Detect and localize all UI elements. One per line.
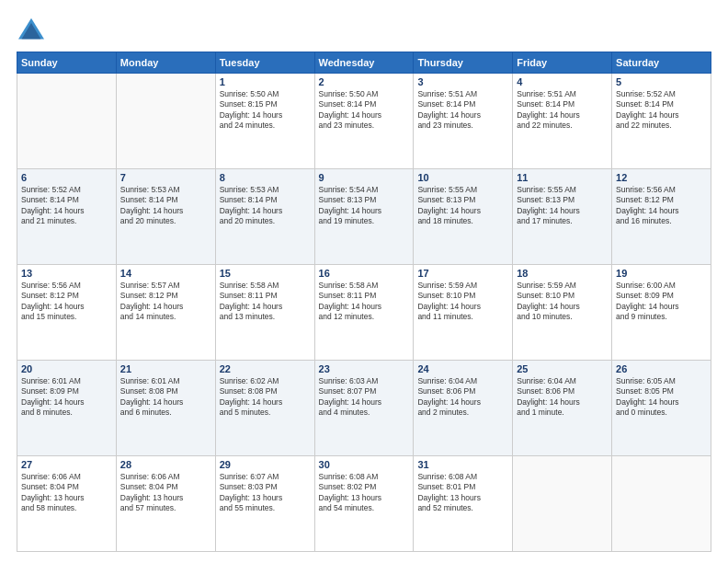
cell-info: Sunrise: 5:50 AMSunset: 8:15 PMDaylight:…: [220, 89, 311, 132]
calendar-cell: 25Sunrise: 6:04 AMSunset: 8:06 PMDayligh…: [513, 361, 612, 456]
cell-info: Sunrise: 5:52 AMSunset: 8:14 PMDaylight:…: [21, 185, 112, 227]
day-number: 28: [120, 459, 211, 470]
calendar-cell: [116, 74, 215, 169]
calendar-week-row: 13Sunrise: 5:56 AMSunset: 8:12 PMDayligh…: [17, 265, 711, 361]
calendar-cell: 28Sunrise: 6:06 AMSunset: 8:04 PMDayligh…: [116, 456, 215, 552]
calendar-cell: 8Sunrise: 5:53 AMSunset: 8:14 PMDaylight…: [215, 169, 314, 265]
logo: [17, 17, 50, 42]
day-number: 1: [220, 76, 311, 87]
weekday-header: Thursday: [414, 52, 513, 74]
day-number: 30: [319, 459, 410, 470]
calendar-week-row: 27Sunrise: 6:06 AMSunset: 8:04 PMDayligh…: [17, 456, 711, 552]
calendar-cell: 7Sunrise: 5:53 AMSunset: 8:14 PMDaylight…: [116, 169, 215, 265]
calendar-cell: 19Sunrise: 6:00 AMSunset: 8:09 PMDayligh…: [612, 265, 711, 361]
cell-info: Sunrise: 6:04 AMSunset: 8:06 PMDaylight:…: [517, 376, 608, 419]
day-number: 22: [220, 363, 311, 374]
calendar-cell: 9Sunrise: 5:54 AMSunset: 8:13 PMDaylight…: [314, 169, 414, 265]
calendar-week-row: 1Sunrise: 5:50 AMSunset: 8:15 PMDaylight…: [17, 74, 711, 169]
calendar-cell: [513, 456, 612, 552]
cell-info: Sunrise: 6:03 AMSunset: 8:07 PMDaylight:…: [319, 376, 410, 419]
day-number: 5: [616, 76, 707, 87]
calendar-cell: 18Sunrise: 5:59 AMSunset: 8:10 PMDayligh…: [513, 265, 612, 361]
cell-info: Sunrise: 5:51 AMSunset: 8:14 PMDaylight:…: [517, 89, 608, 132]
calendar-cell: 27Sunrise: 6:06 AMSunset: 8:04 PMDayligh…: [17, 456, 117, 552]
weekday-header: Tuesday: [215, 52, 314, 74]
calendar-cell: 10Sunrise: 5:55 AMSunset: 8:13 PMDayligh…: [414, 169, 513, 265]
day-number: 25: [517, 363, 608, 374]
cell-info: Sunrise: 6:05 AMSunset: 8:05 PMDaylight:…: [616, 376, 707, 419]
day-number: 7: [120, 172, 211, 183]
day-number: 19: [616, 268, 707, 279]
cell-info: Sunrise: 6:08 AMSunset: 8:02 PMDaylight:…: [319, 472, 410, 514]
calendar-cell: 20Sunrise: 6:01 AMSunset: 8:09 PMDayligh…: [17, 361, 117, 456]
day-number: 11: [517, 172, 608, 183]
page: SundayMondayTuesdayWednesdayThursdayFrid…: [0, 0, 728, 563]
day-number: 16: [319, 268, 410, 279]
cell-info: Sunrise: 5:53 AMSunset: 8:14 PMDaylight:…: [220, 185, 311, 227]
weekday-header: Monday: [116, 52, 215, 74]
cell-info: Sunrise: 5:59 AMSunset: 8:10 PMDaylight:…: [417, 281, 508, 323]
calendar-cell: 24Sunrise: 6:04 AMSunset: 8:06 PMDayligh…: [414, 361, 513, 456]
day-number: 9: [319, 172, 410, 183]
cell-info: Sunrise: 5:50 AMSunset: 8:14 PMDaylight:…: [319, 89, 410, 132]
calendar-cell: 30Sunrise: 6:08 AMSunset: 8:02 PMDayligh…: [314, 456, 414, 552]
cell-info: Sunrise: 6:06 AMSunset: 8:04 PMDaylight:…: [120, 472, 211, 514]
day-number: 20: [21, 363, 112, 374]
calendar-cell: 31Sunrise: 6:08 AMSunset: 8:01 PMDayligh…: [414, 456, 513, 552]
weekday-header: Sunday: [17, 52, 117, 74]
calendar-cell: 4Sunrise: 5:51 AMSunset: 8:14 PMDaylight…: [513, 74, 612, 169]
cell-info: Sunrise: 5:55 AMSunset: 8:13 PMDaylight:…: [417, 185, 508, 227]
calendar-cell: 1Sunrise: 5:50 AMSunset: 8:15 PMDaylight…: [215, 74, 314, 169]
cell-info: Sunrise: 6:07 AMSunset: 8:03 PMDaylight:…: [220, 472, 311, 514]
day-number: 14: [120, 268, 211, 279]
calendar-cell: 11Sunrise: 5:55 AMSunset: 8:13 PMDayligh…: [513, 169, 612, 265]
calendar-cell: 2Sunrise: 5:50 AMSunset: 8:14 PMDaylight…: [314, 74, 414, 169]
day-number: 15: [220, 268, 311, 279]
cell-info: Sunrise: 6:06 AMSunset: 8:04 PMDaylight:…: [21, 472, 112, 514]
day-number: 21: [120, 363, 211, 374]
calendar-header-row: SundayMondayTuesdayWednesdayThursdayFrid…: [17, 52, 711, 74]
day-number: 24: [417, 363, 508, 374]
day-number: 10: [417, 172, 508, 183]
header: [17, 17, 711, 42]
day-number: 26: [616, 363, 707, 374]
day-number: 8: [220, 172, 311, 183]
cell-info: Sunrise: 6:04 AMSunset: 8:06 PMDaylight:…: [417, 376, 508, 419]
cell-info: Sunrise: 5:59 AMSunset: 8:10 PMDaylight:…: [517, 281, 608, 323]
calendar-cell: [17, 74, 117, 169]
calendar-cell: [612, 456, 711, 552]
cell-info: Sunrise: 5:55 AMSunset: 8:13 PMDaylight:…: [517, 185, 608, 227]
day-number: 13: [21, 268, 112, 279]
weekday-header: Friday: [513, 52, 612, 74]
cell-info: Sunrise: 6:01 AMSunset: 8:09 PMDaylight:…: [21, 376, 112, 419]
cell-info: Sunrise: 5:53 AMSunset: 8:14 PMDaylight:…: [120, 185, 211, 227]
calendar-cell: 16Sunrise: 5:58 AMSunset: 8:11 PMDayligh…: [314, 265, 414, 361]
logo-icon: [17, 17, 46, 42]
calendar-cell: 17Sunrise: 5:59 AMSunset: 8:10 PMDayligh…: [414, 265, 513, 361]
cell-info: Sunrise: 5:56 AMSunset: 8:12 PMDaylight:…: [21, 281, 112, 323]
calendar-cell: 13Sunrise: 5:56 AMSunset: 8:12 PMDayligh…: [17, 265, 117, 361]
cell-info: Sunrise: 6:08 AMSunset: 8:01 PMDaylight:…: [417, 472, 508, 514]
weekday-header: Wednesday: [314, 52, 414, 74]
cell-info: Sunrise: 5:52 AMSunset: 8:14 PMDaylight:…: [616, 89, 707, 132]
calendar-cell: 21Sunrise: 6:01 AMSunset: 8:08 PMDayligh…: [116, 361, 215, 456]
calendar-cell: 29Sunrise: 6:07 AMSunset: 8:03 PMDayligh…: [215, 456, 314, 552]
day-number: 12: [616, 172, 707, 183]
cell-info: Sunrise: 6:02 AMSunset: 8:08 PMDaylight:…: [220, 376, 311, 419]
cell-info: Sunrise: 6:00 AMSunset: 8:09 PMDaylight:…: [616, 281, 707, 323]
day-number: 17: [417, 268, 508, 279]
cell-info: Sunrise: 5:51 AMSunset: 8:14 PMDaylight:…: [417, 89, 508, 132]
calendar-cell: 23Sunrise: 6:03 AMSunset: 8:07 PMDayligh…: [314, 361, 414, 456]
day-number: 23: [319, 363, 410, 374]
calendar-cell: 22Sunrise: 6:02 AMSunset: 8:08 PMDayligh…: [215, 361, 314, 456]
calendar-cell: 26Sunrise: 6:05 AMSunset: 8:05 PMDayligh…: [612, 361, 711, 456]
calendar-cell: 5Sunrise: 5:52 AMSunset: 8:14 PMDaylight…: [612, 74, 711, 169]
calendar-week-row: 20Sunrise: 6:01 AMSunset: 8:09 PMDayligh…: [17, 361, 711, 456]
cell-info: Sunrise: 5:54 AMSunset: 8:13 PMDaylight:…: [319, 185, 410, 227]
calendar-cell: 3Sunrise: 5:51 AMSunset: 8:14 PMDaylight…: [414, 74, 513, 169]
calendar-cell: 12Sunrise: 5:56 AMSunset: 8:12 PMDayligh…: [612, 169, 711, 265]
day-number: 29: [220, 459, 311, 470]
day-number: 4: [517, 76, 608, 87]
calendar-week-row: 6Sunrise: 5:52 AMSunset: 8:14 PMDaylight…: [17, 169, 711, 265]
calendar-cell: 6Sunrise: 5:52 AMSunset: 8:14 PMDaylight…: [17, 169, 117, 265]
